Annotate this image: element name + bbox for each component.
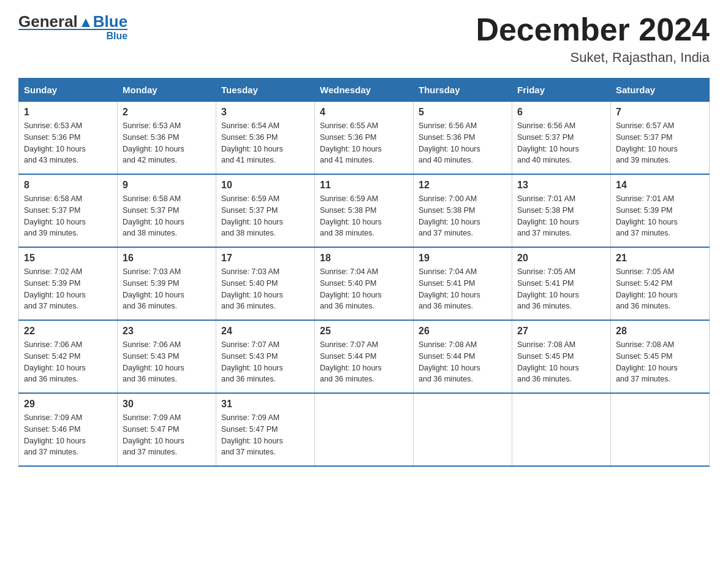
day-number: 13	[517, 180, 605, 191]
calendar-cell: 27Sunrise: 7:08 AMSunset: 5:45 PMDayligh…	[512, 320, 611, 393]
calendar-table: SundayMondayTuesdayWednesdayThursdayFrid…	[18, 78, 710, 467]
day-info: Sunrise: 7:05 AMSunset: 5:42 PMDaylight:…	[616, 266, 704, 312]
calendar-cell	[315, 393, 414, 466]
day-number: 8	[24, 180, 112, 191]
day-info: Sunrise: 7:02 AMSunset: 5:39 PMDaylight:…	[24, 266, 112, 312]
calendar-cell: 11Sunrise: 6:59 AMSunset: 5:38 PMDayligh…	[315, 174, 414, 247]
day-number: 2	[123, 107, 211, 118]
header-wednesday: Wednesday	[315, 79, 414, 102]
logo: General Blue Blue	[18, 12, 127, 42]
day-info: Sunrise: 7:09 AMSunset: 5:47 PMDaylight:…	[221, 412, 309, 458]
day-number: 4	[320, 107, 408, 118]
day-number: 28	[616, 326, 704, 337]
header-thursday: Thursday	[414, 79, 512, 102]
header-monday: Monday	[118, 79, 216, 102]
day-number: 9	[123, 180, 211, 191]
day-number: 1	[24, 107, 112, 118]
day-info: Sunrise: 7:04 AMSunset: 5:41 PMDaylight:…	[419, 266, 507, 312]
day-info: Sunrise: 6:53 AMSunset: 5:36 PMDaylight:…	[24, 120, 112, 166]
calendar-cell: 12Sunrise: 7:00 AMSunset: 5:38 PMDayligh…	[414, 174, 512, 247]
day-number: 30	[123, 399, 211, 410]
calendar-cell: 31Sunrise: 7:09 AMSunset: 5:47 PMDayligh…	[216, 393, 315, 466]
day-info: Sunrise: 7:01 AMSunset: 5:39 PMDaylight:…	[616, 193, 704, 239]
calendar-cell: 1Sunrise: 6:53 AMSunset: 5:36 PMDaylight…	[19, 102, 118, 175]
day-info: Sunrise: 6:54 AMSunset: 5:36 PMDaylight:…	[221, 120, 309, 166]
calendar-cell: 5Sunrise: 6:56 AMSunset: 5:36 PMDaylight…	[414, 102, 512, 175]
calendar-cell: 19Sunrise: 7:04 AMSunset: 5:41 PMDayligh…	[414, 247, 512, 320]
day-number: 27	[517, 326, 605, 337]
day-info: Sunrise: 7:00 AMSunset: 5:38 PMDaylight:…	[419, 193, 507, 239]
day-number: 31	[221, 399, 309, 410]
calendar-week-row: 29Sunrise: 7:09 AMSunset: 5:46 PMDayligh…	[19, 393, 710, 466]
calendar-cell: 30Sunrise: 7:09 AMSunset: 5:47 PMDayligh…	[118, 393, 216, 466]
calendar-header-row: SundayMondayTuesdayWednesdayThursdayFrid…	[19, 79, 710, 102]
calendar-cell: 16Sunrise: 7:03 AMSunset: 5:39 PMDayligh…	[118, 247, 216, 320]
day-info: Sunrise: 7:08 AMSunset: 5:45 PMDaylight:…	[517, 339, 605, 385]
day-number: 11	[320, 180, 408, 191]
day-number: 25	[320, 326, 408, 337]
calendar-cell	[611, 393, 710, 466]
calendar-cell: 6Sunrise: 6:56 AMSunset: 5:37 PMDaylight…	[512, 102, 611, 175]
day-number: 3	[221, 107, 309, 118]
day-info: Sunrise: 7:09 AMSunset: 5:46 PMDaylight:…	[24, 412, 112, 458]
calendar-week-row: 15Sunrise: 7:02 AMSunset: 5:39 PMDayligh…	[19, 247, 710, 320]
header-tuesday: Tuesday	[216, 79, 315, 102]
day-info: Sunrise: 6:53 AMSunset: 5:36 PMDaylight:…	[123, 120, 211, 166]
calendar-cell: 7Sunrise: 6:57 AMSunset: 5:37 PMDaylight…	[611, 102, 710, 175]
day-number: 21	[616, 253, 704, 264]
logo-underline: Blue	[18, 29, 127, 42]
header-friday: Friday	[512, 79, 611, 102]
day-info: Sunrise: 7:07 AMSunset: 5:43 PMDaylight:…	[221, 339, 309, 385]
day-number: 12	[419, 180, 507, 191]
calendar-cell: 29Sunrise: 7:09 AMSunset: 5:46 PMDayligh…	[19, 393, 118, 466]
calendar-cell: 18Sunrise: 7:04 AMSunset: 5:40 PMDayligh…	[315, 247, 414, 320]
calendar-cell: 3Sunrise: 6:54 AMSunset: 5:36 PMDaylight…	[216, 102, 315, 175]
day-info: Sunrise: 7:08 AMSunset: 5:45 PMDaylight:…	[616, 339, 704, 385]
day-info: Sunrise: 7:04 AMSunset: 5:40 PMDaylight:…	[320, 266, 408, 312]
calendar-cell: 10Sunrise: 6:59 AMSunset: 5:37 PMDayligh…	[216, 174, 315, 247]
day-number: 19	[419, 253, 507, 264]
svg-marker-0	[82, 18, 90, 27]
day-number: 16	[123, 253, 211, 264]
calendar-cell: 17Sunrise: 7:03 AMSunset: 5:40 PMDayligh…	[216, 247, 315, 320]
day-info: Sunrise: 7:06 AMSunset: 5:43 PMDaylight:…	[123, 339, 211, 385]
calendar-cell: 8Sunrise: 6:58 AMSunset: 5:37 PMDaylight…	[19, 174, 118, 247]
day-info: Sunrise: 7:07 AMSunset: 5:44 PMDaylight:…	[320, 339, 408, 385]
day-number: 15	[24, 253, 112, 264]
day-info: Sunrise: 6:59 AMSunset: 5:37 PMDaylight:…	[221, 193, 309, 239]
day-info: Sunrise: 6:56 AMSunset: 5:36 PMDaylight:…	[419, 120, 507, 166]
calendar-cell: 23Sunrise: 7:06 AMSunset: 5:43 PMDayligh…	[118, 320, 216, 393]
calendar-cell: 4Sunrise: 6:55 AMSunset: 5:36 PMDaylight…	[315, 102, 414, 175]
day-info: Sunrise: 6:57 AMSunset: 5:37 PMDaylight:…	[616, 120, 704, 166]
calendar-cell: 9Sunrise: 6:58 AMSunset: 5:37 PMDaylight…	[118, 174, 216, 247]
location-subtitle: Suket, Rajasthan, India	[476, 50, 710, 66]
title-section: December 2024 Suket, Rajasthan, India	[476, 12, 710, 66]
day-number: 5	[419, 107, 507, 118]
calendar-cell: 21Sunrise: 7:05 AMSunset: 5:42 PMDayligh…	[611, 247, 710, 320]
day-number: 26	[419, 326, 507, 337]
day-number: 24	[221, 326, 309, 337]
calendar-cell: 15Sunrise: 7:02 AMSunset: 5:39 PMDayligh…	[19, 247, 118, 320]
day-number: 14	[616, 180, 704, 191]
day-number: 10	[221, 180, 309, 191]
calendar-week-row: 8Sunrise: 6:58 AMSunset: 5:37 PMDaylight…	[19, 174, 710, 247]
day-info: Sunrise: 7:05 AMSunset: 5:41 PMDaylight:…	[517, 266, 605, 312]
day-info: Sunrise: 7:09 AMSunset: 5:47 PMDaylight:…	[123, 412, 211, 458]
day-number: 22	[24, 326, 112, 337]
day-number: 17	[221, 253, 309, 264]
day-number: 20	[517, 253, 605, 264]
day-number: 18	[320, 253, 408, 264]
calendar-cell	[414, 393, 512, 466]
day-number: 7	[616, 107, 704, 118]
day-info: Sunrise: 6:58 AMSunset: 5:37 PMDaylight:…	[24, 193, 112, 239]
calendar-cell: 2Sunrise: 6:53 AMSunset: 5:36 PMDaylight…	[118, 102, 216, 175]
day-info: Sunrise: 7:01 AMSunset: 5:38 PMDaylight:…	[517, 193, 605, 239]
calendar-cell: 22Sunrise: 7:06 AMSunset: 5:42 PMDayligh…	[19, 320, 118, 393]
calendar-cell: 26Sunrise: 7:08 AMSunset: 5:44 PMDayligh…	[414, 320, 512, 393]
day-info: Sunrise: 6:59 AMSunset: 5:38 PMDaylight:…	[320, 193, 408, 239]
calendar-cell: 24Sunrise: 7:07 AMSunset: 5:43 PMDayligh…	[216, 320, 315, 393]
day-number: 6	[517, 107, 605, 118]
calendar-cell: 25Sunrise: 7:07 AMSunset: 5:44 PMDayligh…	[315, 320, 414, 393]
day-number: 29	[24, 399, 112, 410]
day-info: Sunrise: 7:08 AMSunset: 5:44 PMDaylight:…	[419, 339, 507, 385]
